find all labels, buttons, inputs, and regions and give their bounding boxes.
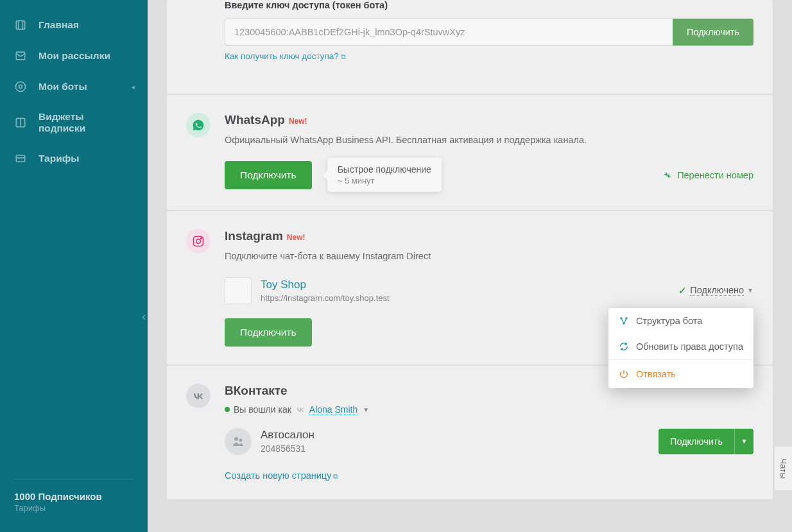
caret-down-icon: ▼ (747, 287, 753, 294)
svg-point-14 (239, 438, 243, 442)
telegram-help-link[interactable]: Как получить ключ доступа?⧉ (225, 51, 346, 61)
sidebar-label: Виджеты подписки (39, 111, 133, 134)
structure-icon (619, 316, 629, 326)
telegram-connect-button[interactable]: Подключить (673, 19, 753, 46)
svg-point-5 (19, 85, 22, 89)
vk-page-name: Автосалон (261, 429, 314, 442)
quick-connect-tooltip: Быстрое подключение ~ 5 минут (327, 158, 442, 192)
sidebar-nav: Главная Мои рассылки Мои боты ◂ Виджеты … (0, 0, 148, 479)
svg-point-11 (196, 239, 201, 244)
vk-mini-icon (295, 404, 306, 415)
dropdown-item-refresh[interactable]: Обновить права доступа (608, 334, 753, 359)
instagram-desc: Подключите чат-бота к вашему Instagram D… (225, 250, 753, 262)
account-name[interactable]: Toy Shop (261, 279, 390, 291)
dropdown-item-unlink[interactable]: Отвязать (608, 359, 753, 388)
new-badge: New! (287, 233, 306, 242)
main-content: Введите ключ доступа (токен бота) Подклю… (148, 0, 792, 499)
send-icon (14, 49, 27, 62)
pricing-link[interactable]: Тарифы (14, 503, 133, 513)
vk-page-avatar (225, 428, 252, 455)
sidebar-label: Главная (39, 19, 79, 31)
home-icon (14, 19, 27, 31)
widget-icon (14, 116, 27, 129)
new-badge: New! (289, 117, 307, 126)
svg-point-12 (201, 238, 202, 239)
sidebar: Главная Мои рассылки Мои боты ◂ Виджеты … (0, 0, 148, 532)
sidebar-footer: 1000 Подписчиков Тарифы (14, 479, 133, 524)
vk-create-page-link[interactable]: Создать новую страницу⧉ (225, 470, 338, 481)
chevron-left-icon: ◂ (132, 83, 135, 90)
svg-rect-0 (16, 21, 24, 29)
whatsapp-desc: Официальный WhatsApp Business API. Беспл… (225, 133, 753, 146)
connection-status-dropdown[interactable]: ✓ Подключено ▼ (678, 285, 753, 296)
token-label: Введите ключ доступа (токен бота) (225, 0, 753, 10)
telegram-section: Введите ключ доступа (токен бота) Подклю… (167, 0, 773, 94)
whatsapp-icon (186, 113, 211, 137)
dropdown-item-structure[interactable]: Структура бота (608, 308, 753, 334)
status-dropdown-menu: Структура бота Обновить права доступа От… (608, 308, 753, 388)
sidebar-item-widgets[interactable]: Виджеты подписки (0, 102, 148, 143)
transfer-number-link[interactable]: Перенести номер (662, 170, 753, 180)
account-avatar (225, 277, 252, 304)
vk-connect-dropdown-button[interactable]: ▼ (734, 429, 753, 454)
vk-connect-button[interactable]: Подключить (659, 429, 734, 454)
external-link-icon: ⧉ (333, 472, 338, 481)
sidebar-item-campaigns[interactable]: Мои рассылки (0, 40, 148, 71)
sidebar-label: Мои боты (39, 81, 87, 92)
instagram-title: Instagram New! (225, 229, 753, 243)
whatsapp-connect-button[interactable]: Подключить (225, 161, 312, 189)
sidebar-item-home[interactable]: Главная (0, 10, 148, 40)
external-link-icon: ⧉ (341, 53, 346, 61)
vk-page-row: Автосалон 204856531 Подключить ▼ (225, 428, 753, 455)
subscriber-count: 1000 Подписчиков (14, 491, 133, 502)
token-input[interactable] (225, 19, 673, 46)
vk-username-dropdown[interactable]: Alona Smith (309, 404, 357, 415)
chat-tab[interactable]: Чаты (774, 446, 792, 491)
caret-down-icon: ▼ (363, 406, 369, 413)
sidebar-label: Мои рассылки (39, 50, 110, 62)
bot-icon (14, 80, 27, 93)
whatsapp-title: WhatsApp New! (225, 113, 753, 127)
connected-account-row: Toy Shop https://instagram.com/toy.shop.… (225, 275, 753, 307)
instagram-icon (186, 229, 211, 253)
pricing-icon (14, 152, 27, 165)
sidebar-item-pricing[interactable]: Тарифы (0, 143, 148, 174)
account-url: https://instagram.com/toy.shop.test (261, 293, 390, 303)
online-dot-icon (225, 407, 230, 412)
vk-logged-in-status: Вы вошли как Alona Smith ▼ (225, 404, 753, 415)
vk-page-id: 204856531 (261, 443, 314, 454)
sidebar-item-bots[interactable]: Мои боты ◂ (0, 71, 148, 102)
vk-icon (186, 384, 211, 408)
sidebar-label: Тарифы (39, 153, 80, 164)
transfer-icon (662, 170, 673, 180)
check-icon: ✓ (678, 286, 687, 296)
svg-point-13 (234, 437, 238, 441)
whatsapp-section: WhatsApp New! Официальный WhatsApp Busin… (167, 95, 773, 210)
instagram-connect-button[interactable]: Подключить (225, 318, 312, 347)
svg-point-4 (16, 82, 26, 92)
power-icon (619, 369, 629, 379)
refresh-icon (619, 341, 629, 352)
sidebar-collapse-button[interactable]: ‹ (139, 305, 148, 329)
